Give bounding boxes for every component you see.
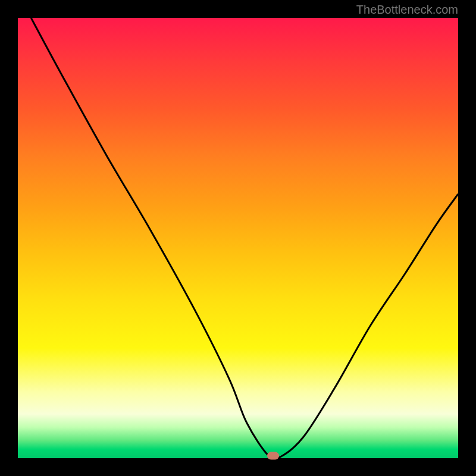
optimum-marker: [267, 452, 279, 460]
plot-area: [18, 18, 458, 458]
curve-svg: [18, 18, 458, 458]
attribution-label: TheBottleneck.com: [356, 3, 458, 17]
bottleneck-curve: [31, 18, 458, 458]
chart-container: TheBottleneck.com: [0, 0, 476, 476]
